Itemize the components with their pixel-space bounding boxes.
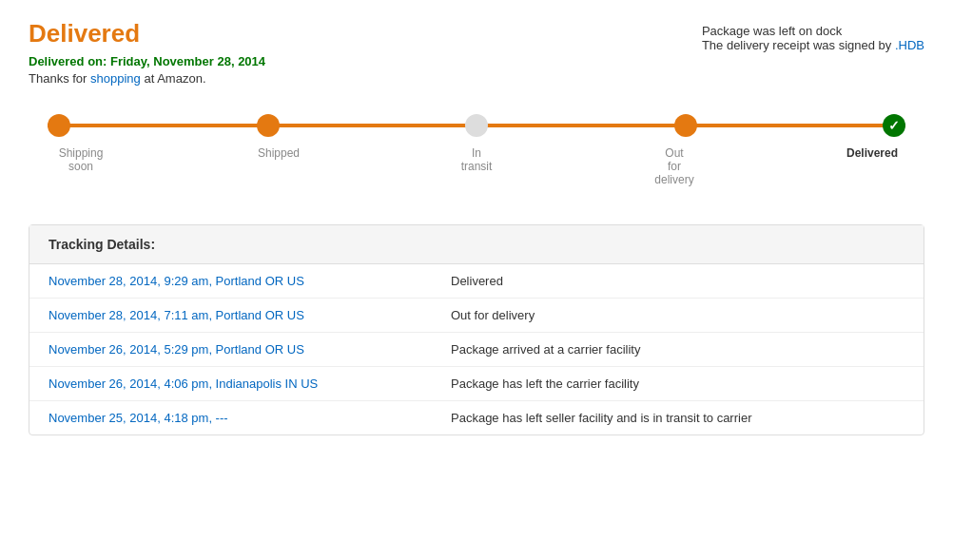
tracking-row: November 28, 2014, 7:11 am, Portland OR … — [29, 299, 924, 333]
thanks-line: Thanks for shopping at Amazon. — [29, 71, 265, 86]
tracking-event: Package has left the carrier facility — [432, 367, 924, 401]
step-dot-out-for-delivery — [674, 114, 697, 137]
status-title: Delivered — [29, 19, 265, 48]
steps-labels: Shippingsoon Shipped Intransit Outfordel… — [48, 146, 905, 186]
tracking-event: Package arrived at a carrier facility — [432, 333, 924, 367]
tracking-row: November 26, 2014, 5:29 pm, Portland OR … — [29, 333, 924, 367]
tracking-datetime: November 25, 2014, 4:18 pm, --- — [29, 401, 432, 435]
tracking-event: Out for delivery — [432, 299, 924, 333]
right-info: Package was left on dock The delivery re… — [702, 19, 924, 86]
tracking-datetime: November 28, 2014, 7:11 am, Portland OR … — [29, 299, 432, 333]
tracking-header: Tracking Details: — [29, 225, 924, 264]
tracking-event: Package has left seller facility and is … — [432, 401, 924, 435]
step-label-shipped: Shipped — [245, 146, 312, 186]
step-label-out-for-delivery: Outfordelivery — [641, 146, 708, 186]
tracking-row: November 26, 2014, 4:06 pm, Indianapolis… — [29, 367, 924, 401]
delivery-date-line: Delivered on: Friday, November 28, 2014 — [29, 54, 265, 68]
thanks-rest: at Amazon. — [144, 71, 205, 86]
tracking-row: November 25, 2014, 4:18 pm, ---Package h… — [29, 401, 924, 435]
step-label-shipping: Shippingsoon — [48, 146, 114, 186]
tracking-row: November 28, 2014, 9:29 am, Portland OR … — [29, 264, 924, 299]
delivery-date-value: Friday, November 28, 2014 — [110, 54, 265, 68]
left-info: Delivered Delivered on: Friday, November… — [29, 19, 265, 86]
step-dot-delivered — [883, 114, 905, 137]
delivery-label: Delivered on: — [29, 54, 107, 68]
shopping-link[interactable]: shopping — [90, 71, 141, 86]
step-dot-shipping — [48, 114, 70, 137]
step-dot-shipped — [257, 114, 280, 137]
tracking-section: Tracking Details: November 28, 2014, 9:2… — [29, 224, 924, 435]
right-line1: Package was left on dock — [702, 24, 924, 38]
progress-section: Shippingsoon Shipped Intransit Outfordel… — [29, 114, 924, 186]
tracking-datetime: November 28, 2014, 9:29 am, Portland OR … — [29, 264, 432, 299]
top-section: Delivered Delivered on: Friday, November… — [29, 19, 924, 86]
receipt-link[interactable]: .HDB — [895, 38, 924, 52]
thanks-text: Thanks for — [29, 71, 87, 86]
step-dot-in-transit — [465, 114, 488, 137]
tracking-datetime: November 26, 2014, 5:29 pm, Portland OR … — [29, 333, 432, 367]
tracking-table: November 28, 2014, 9:29 am, Portland OR … — [29, 264, 924, 434]
right-line2: The delivery receipt was signed by .HDB — [702, 38, 924, 52]
step-label-in-transit: Intransit — [443, 146, 510, 186]
tracking-event: Delivered — [432, 264, 924, 299]
tracking-datetime: November 26, 2014, 4:06 pm, Indianapolis… — [29, 367, 432, 401]
progress-bar — [48, 114, 905, 137]
step-label-delivered: Delivered — [839, 146, 905, 186]
